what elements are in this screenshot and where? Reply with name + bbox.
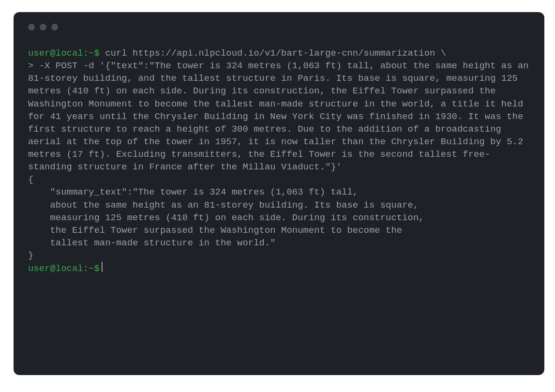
window-control-dot[interactable]: [51, 24, 58, 30]
terminal-window: user@local:~$ curl https://api.nlpcloud.…: [14, 12, 544, 375]
shell-prompt: user@local:~$: [28, 48, 100, 59]
command-text: curl https://api.nlpcloud.io/v1/bart-lar…: [100, 48, 446, 59]
window-controls: [28, 24, 530, 30]
terminal-body[interactable]: user@local:~$ curl https://api.nlpcloud.…: [28, 47, 530, 275]
cursor-icon: [102, 262, 103, 272]
command-output: { "summary_text":"The tower is 324 metre…: [28, 174, 424, 261]
shell-prompt: user@local:~$: [28, 263, 100, 274]
window-control-dot[interactable]: [28, 24, 35, 30]
command-continuation: > -X POST -d '{"text":"The tower is 324 …: [28, 60, 534, 172]
window-control-dot[interactable]: [40, 24, 46, 30]
